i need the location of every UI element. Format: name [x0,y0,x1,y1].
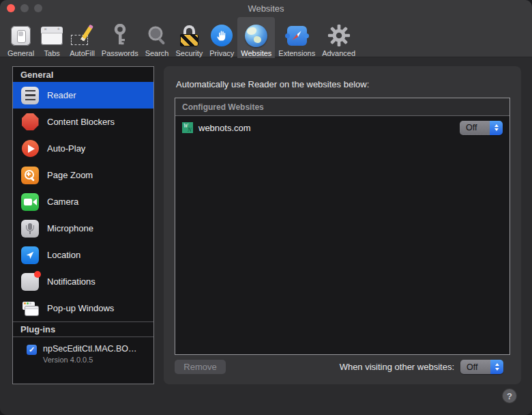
play-circle-icon [21,140,39,158]
remove-button[interactable]: Remove [175,360,226,374]
puzzle-compass-icon [287,23,307,48]
general-icon [11,23,31,48]
tab-label: Security [175,49,203,57]
tab-advanced[interactable]: Advanced [319,17,359,60]
tab-label: General [8,49,34,57]
help-button[interactable]: ? [503,389,516,403]
tab-label: Tabs [44,49,60,57]
configured-websites-table: Configured Websites WN webnots.com Off [175,98,510,355]
sidebar-section-plugins: Plug-ins [13,321,153,337]
sidebar-item-notifications[interactable]: Notifications [13,268,153,295]
content-area: General Reader Content Blockers Auto-Pla… [0,58,532,415]
tabs-icon: ×+ [41,23,63,48]
key-icon [113,23,128,48]
autofill-icon [70,23,93,48]
plugin-row: ✓ npSecEditCtl.MAC.BO… Version 4.0.0.5 [13,337,153,364]
plugin-name: npSecEditCtl.MAC.BO… [43,344,137,354]
sidebar-item-microphone[interactable]: Microphone [13,215,153,242]
sidebar-item-camera[interactable]: Camera [13,188,153,215]
sidebar-item-content-blockers[interactable]: Content Blockers [13,109,153,135]
other-websites-popup[interactable]: Off [460,360,503,374]
tab-label: Extensions [278,49,315,57]
website-row[interactable]: WN webnots.com Off [175,116,509,139]
lock-icon [180,23,198,48]
tab-passwords[interactable]: Passwords [98,17,142,60]
popup-stepper-icon [490,121,503,135]
tab-label: Websites [241,49,271,57]
video-camera-icon [21,193,39,211]
webnots-favicon-icon: WN [182,122,193,133]
tab-label: Advanced [322,49,355,57]
location-arrow-icon [21,246,39,264]
window-title: Websites [0,0,532,16]
reader-setting-popup[interactable]: Off [460,121,503,135]
sidebar-item-reader[interactable]: Reader [13,82,153,109]
table-header: Configured Websites [175,98,509,116]
tab-label: Privacy [209,49,234,57]
sidebar-item-auto-play[interactable]: Auto-Play [13,135,153,162]
tab-security[interactable]: Security [172,17,206,60]
sidebar-item-location[interactable]: Location [13,242,153,268]
sidebar-item-page-zoom[interactable]: Page Zoom [13,162,153,188]
gear-icon [327,23,351,48]
reader-settings-panel: Automatically use Reader on the websites… [164,66,521,384]
tab-extensions[interactable]: Extensions [275,17,319,60]
popup-stepper-icon [490,360,503,374]
plugin-version: Version 4.0.0.5 [43,356,137,364]
tab-label: AutoFill [70,49,95,57]
stacked-windows-icon [21,300,39,317]
preferences-toolbar: General ×+ Tabs AutoFill Passwords Searc… [0,16,532,57]
table-body: WN webnots.com Off [175,116,509,354]
stop-octagon-icon [21,113,39,131]
panel-heading: Automatically use Reader on the websites… [176,79,369,89]
websites-sidebar: General Reader Content Blockers Auto-Pla… [12,66,154,384]
tab-tabs[interactable]: ×+ Tabs [38,17,66,60]
microphone-icon [21,220,39,238]
safari-preferences-window: Websites General ×+ Tabs AutoFill Pa [0,0,532,415]
tab-label: Passwords [102,49,138,57]
hand-icon [211,23,233,48]
website-name: webnots.com [198,123,454,133]
other-websites-label: When visiting other websites: [340,362,454,372]
panel-footer: Remove When visiting other websites: Off [175,360,503,374]
plugin-checkbox[interactable]: ✓ [27,345,37,355]
sidebar-section-general: General [13,67,153,82]
sidebar-item-popup-windows[interactable]: Pop-up Windows [13,295,153,321]
notification-badge-icon [21,273,39,291]
reader-icon [21,87,39,104]
search-icon [146,23,168,48]
magnifier-plus-icon [21,167,39,184]
titlebar: Websites [0,0,532,16]
tab-label: Search [145,49,169,57]
tab-privacy[interactable]: Privacy [206,17,237,60]
globe-icon [245,23,267,48]
tab-websites[interactable]: Websites [237,17,275,60]
tab-search[interactable]: Search [142,17,173,60]
tab-autofill[interactable]: AutoFill [66,17,98,60]
tab-general[interactable]: General [4,17,38,60]
